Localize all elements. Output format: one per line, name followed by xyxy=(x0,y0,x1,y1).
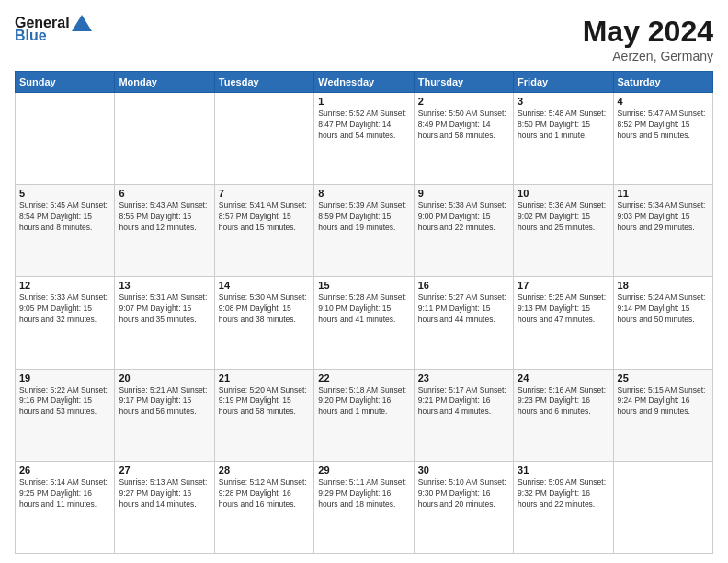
page: General Blue May 2024 Aerzen, Germany Su… xyxy=(0,0,728,563)
day-number: 7 xyxy=(219,188,310,199)
day-number: 15 xyxy=(318,280,409,291)
calendar-cell: 12Sunrise: 5:33 AM Sunset: 9:05 PM Dayli… xyxy=(16,277,115,369)
day-info: Sunrise: 5:33 AM Sunset: 9:05 PM Dayligh… xyxy=(19,293,110,326)
day-info: Sunrise: 5:14 AM Sunset: 9:25 PM Dayligh… xyxy=(19,477,110,511)
day-info: Sunrise: 5:12 AM Sunset: 9:28 PM Dayligh… xyxy=(219,477,310,511)
calendar-cell: 13Sunrise: 5:31 AM Sunset: 9:07 PM Dayli… xyxy=(115,277,214,369)
day-info: Sunrise: 5:13 AM Sunset: 9:27 PM Dayligh… xyxy=(119,477,210,511)
logo-blue: Blue xyxy=(15,28,47,44)
day-number: 19 xyxy=(19,373,110,384)
day-number: 5 xyxy=(19,188,110,199)
day-info: Sunrise: 5:17 AM Sunset: 9:21 PM Dayligh… xyxy=(418,385,509,419)
week-row-2: 12Sunrise: 5:33 AM Sunset: 9:05 PM Dayli… xyxy=(16,277,713,369)
day-info: Sunrise: 5:30 AM Sunset: 9:08 PM Dayligh… xyxy=(219,293,310,326)
day-info: Sunrise: 5:47 AM Sunset: 8:52 PM Dayligh… xyxy=(618,109,709,142)
week-row-0: 1Sunrise: 5:52 AM Sunset: 8:47 PM Daylig… xyxy=(16,93,713,185)
col-wednesday: Wednesday xyxy=(314,72,414,93)
day-info: Sunrise: 5:34 AM Sunset: 9:03 PM Dayligh… xyxy=(618,201,709,234)
calendar-cell: 2Sunrise: 5:50 AM Sunset: 8:49 PM Daylig… xyxy=(414,93,513,185)
calendar-cell xyxy=(115,93,214,185)
day-info: Sunrise: 5:18 AM Sunset: 9:20 PM Dayligh… xyxy=(318,385,409,419)
calendar-cell: 9Sunrise: 5:38 AM Sunset: 9:00 PM Daylig… xyxy=(414,185,513,277)
calendar-cell: 3Sunrise: 5:48 AM Sunset: 8:50 PM Daylig… xyxy=(514,93,613,185)
calendar-cell xyxy=(16,93,115,185)
calendar-cell: 27Sunrise: 5:13 AM Sunset: 9:27 PM Dayli… xyxy=(115,461,214,553)
week-row-3: 19Sunrise: 5:22 AM Sunset: 9:16 PM Dayli… xyxy=(16,369,713,461)
day-number: 23 xyxy=(418,373,509,384)
calendar-cell: 18Sunrise: 5:24 AM Sunset: 9:14 PM Dayli… xyxy=(613,277,712,369)
calendar-cell: 26Sunrise: 5:14 AM Sunset: 9:25 PM Dayli… xyxy=(16,461,115,553)
day-number: 25 xyxy=(618,373,709,384)
calendar-cell: 20Sunrise: 5:21 AM Sunset: 9:17 PM Dayli… xyxy=(115,369,214,461)
day-number: 26 xyxy=(19,465,110,476)
logo: General Blue xyxy=(15,15,92,44)
day-info: Sunrise: 5:10 AM Sunset: 9:30 PM Dayligh… xyxy=(418,477,509,511)
calendar-cell: 31Sunrise: 5:09 AM Sunset: 9:32 PM Dayli… xyxy=(514,461,613,553)
day-info: Sunrise: 5:50 AM Sunset: 8:49 PM Dayligh… xyxy=(418,109,509,142)
day-number: 14 xyxy=(219,280,310,291)
calendar-cell: 8Sunrise: 5:39 AM Sunset: 8:59 PM Daylig… xyxy=(314,185,414,277)
col-thursday: Thursday xyxy=(414,72,513,93)
col-friday: Friday xyxy=(514,72,613,93)
day-info: Sunrise: 5:36 AM Sunset: 9:02 PM Dayligh… xyxy=(518,201,609,234)
day-number: 30 xyxy=(418,465,509,476)
calendar-header-row: Sunday Monday Tuesday Wednesday Thursday… xyxy=(16,72,713,93)
calendar-cell: 29Sunrise: 5:11 AM Sunset: 9:29 PM Dayli… xyxy=(314,461,414,553)
week-row-1: 5Sunrise: 5:45 AM Sunset: 8:54 PM Daylig… xyxy=(16,185,713,277)
day-info: Sunrise: 5:15 AM Sunset: 9:24 PM Dayligh… xyxy=(618,385,709,419)
calendar-cell: 11Sunrise: 5:34 AM Sunset: 9:03 PM Dayli… xyxy=(613,185,712,277)
calendar-cell: 21Sunrise: 5:20 AM Sunset: 9:19 PM Dayli… xyxy=(214,369,313,461)
calendar-cell: 5Sunrise: 5:45 AM Sunset: 8:54 PM Daylig… xyxy=(16,185,115,277)
logo-icon xyxy=(72,15,92,31)
calendar-cell: 6Sunrise: 5:43 AM Sunset: 8:55 PM Daylig… xyxy=(115,185,214,277)
day-number: 11 xyxy=(618,188,709,199)
day-info: Sunrise: 5:20 AM Sunset: 9:19 PM Dayligh… xyxy=(219,385,310,419)
day-number: 12 xyxy=(19,280,110,291)
day-number: 24 xyxy=(518,373,609,384)
day-number: 3 xyxy=(518,96,609,107)
calendar-cell: 4Sunrise: 5:47 AM Sunset: 8:52 PM Daylig… xyxy=(613,93,712,185)
day-number: 10 xyxy=(518,188,609,199)
day-info: Sunrise: 5:39 AM Sunset: 8:59 PM Dayligh… xyxy=(318,201,409,234)
day-info: Sunrise: 5:27 AM Sunset: 9:11 PM Dayligh… xyxy=(418,293,509,326)
day-number: 6 xyxy=(119,188,210,199)
day-number: 22 xyxy=(318,373,409,384)
calendar-cell: 28Sunrise: 5:12 AM Sunset: 9:28 PM Dayli… xyxy=(214,461,313,553)
week-row-4: 26Sunrise: 5:14 AM Sunset: 9:25 PM Dayli… xyxy=(16,461,713,553)
title-month: May 2024 xyxy=(583,15,713,49)
day-number: 8 xyxy=(318,188,409,199)
title-block: May 2024 Aerzen, Germany xyxy=(583,15,713,63)
day-info: Sunrise: 5:31 AM Sunset: 9:07 PM Dayligh… xyxy=(119,293,210,326)
day-info: Sunrise: 5:43 AM Sunset: 8:55 PM Dayligh… xyxy=(119,201,210,234)
day-info: Sunrise: 5:52 AM Sunset: 8:47 PM Dayligh… xyxy=(318,109,409,142)
day-number: 4 xyxy=(618,96,709,107)
col-tuesday: Tuesday xyxy=(214,72,313,93)
calendar-cell: 30Sunrise: 5:10 AM Sunset: 9:30 PM Dayli… xyxy=(414,461,513,553)
calendar-cell: 14Sunrise: 5:30 AM Sunset: 9:08 PM Dayli… xyxy=(214,277,313,369)
calendar-cell xyxy=(214,93,313,185)
calendar-cell: 15Sunrise: 5:28 AM Sunset: 9:10 PM Dayli… xyxy=(314,277,414,369)
calendar-cell: 10Sunrise: 5:36 AM Sunset: 9:02 PM Dayli… xyxy=(514,185,613,277)
day-number: 27 xyxy=(119,465,210,476)
day-info: Sunrise: 5:11 AM Sunset: 9:29 PM Dayligh… xyxy=(318,477,409,511)
day-number: 29 xyxy=(318,465,409,476)
day-info: Sunrise: 5:48 AM Sunset: 8:50 PM Dayligh… xyxy=(518,109,609,142)
day-info: Sunrise: 5:16 AM Sunset: 9:23 PM Dayligh… xyxy=(518,385,609,419)
calendar-cell: 23Sunrise: 5:17 AM Sunset: 9:21 PM Dayli… xyxy=(414,369,513,461)
header: General Blue May 2024 Aerzen, Germany xyxy=(15,15,713,63)
calendar-cell: 24Sunrise: 5:16 AM Sunset: 9:23 PM Dayli… xyxy=(514,369,613,461)
day-number: 20 xyxy=(119,373,210,384)
day-info: Sunrise: 5:25 AM Sunset: 9:13 PM Dayligh… xyxy=(518,293,609,326)
day-info: Sunrise: 5:24 AM Sunset: 9:14 PM Dayligh… xyxy=(618,293,709,326)
day-number: 13 xyxy=(119,280,210,291)
calendar-cell: 16Sunrise: 5:27 AM Sunset: 9:11 PM Dayli… xyxy=(414,277,513,369)
day-info: Sunrise: 5:22 AM Sunset: 9:16 PM Dayligh… xyxy=(19,385,110,419)
day-number: 18 xyxy=(618,280,709,291)
day-info: Sunrise: 5:38 AM Sunset: 9:00 PM Dayligh… xyxy=(418,201,509,234)
day-info: Sunrise: 5:41 AM Sunset: 8:57 PM Dayligh… xyxy=(219,201,310,234)
day-info: Sunrise: 5:21 AM Sunset: 9:17 PM Dayligh… xyxy=(119,385,210,419)
col-saturday: Saturday xyxy=(613,72,712,93)
calendar-table: Sunday Monday Tuesday Wednesday Thursday… xyxy=(15,71,713,554)
day-number: 17 xyxy=(518,280,609,291)
calendar-cell: 1Sunrise: 5:52 AM Sunset: 8:47 PM Daylig… xyxy=(314,93,414,185)
